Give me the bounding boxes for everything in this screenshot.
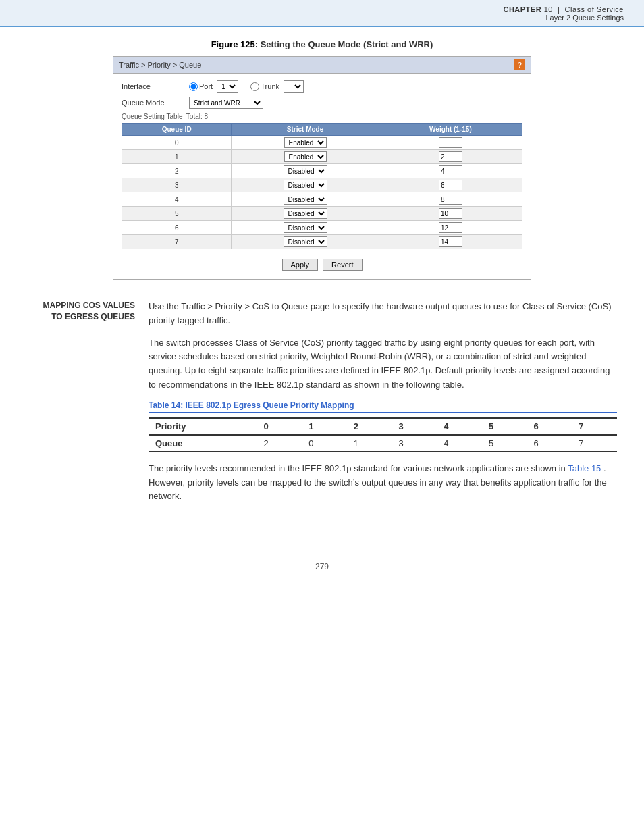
para3: The priority levels recommended in the I… bbox=[149, 462, 617, 504]
interface-row: Interface Port 1 Trunk bbox=[122, 80, 522, 93]
heading-line1: Mapping Cos Values bbox=[27, 300, 135, 311]
row-label: Queue bbox=[149, 435, 257, 452]
figure-sub-text: (Strict and WRR) bbox=[363, 39, 433, 49]
col-val-3: 3 bbox=[392, 418, 437, 435]
queue-id-cell: 2 bbox=[122, 164, 232, 178]
strict-mode-cell[interactable]: Disabled bbox=[232, 164, 379, 178]
port-radio[interactable] bbox=[189, 82, 198, 91]
weight-cell[interactable] bbox=[379, 150, 522, 164]
panel-body: Interface Port 1 Trunk bbox=[113, 74, 531, 279]
queue-table-row: 6Disabled bbox=[122, 221, 522, 235]
col-weight: Weight (1-15) bbox=[379, 124, 522, 136]
queue-id-cell: 5 bbox=[122, 207, 232, 221]
port-radio-label[interactable]: Port bbox=[189, 82, 213, 91]
queue-table-row: 7Disabled bbox=[122, 235, 522, 249]
figure-title: Figure 125: Setting the Queue Mode (Stri… bbox=[27, 39, 617, 49]
queue-id-cell: 6 bbox=[122, 221, 232, 235]
port-select[interactable]: 1 bbox=[217, 80, 238, 93]
queue-setting-label: Queue Setting Table Total: 8 bbox=[122, 113, 522, 120]
para1: Use the Traffic > Priority > CoS to Queu… bbox=[149, 300, 617, 328]
mapping-section: Mapping Cos Values to Egress Queues Use … bbox=[27, 300, 617, 512]
col-val-4: 4 bbox=[437, 418, 482, 435]
weight-cell[interactable] bbox=[379, 192, 522, 207]
strict-mode-select[interactable]: Disabled bbox=[284, 222, 327, 233]
strict-mode-cell[interactable]: Enabled bbox=[232, 136, 379, 150]
queue-mode-select[interactable]: Strict and WRR bbox=[189, 97, 263, 109]
section-heading-block: Mapping Cos Values to Egress Queues bbox=[27, 300, 135, 512]
queue-table-row: 3Disabled bbox=[122, 178, 522, 192]
strict-mode-cell[interactable]: Disabled bbox=[232, 207, 379, 221]
row-value-5: 5 bbox=[482, 435, 527, 452]
chapter-subtitle: Layer 2 Queue Settings bbox=[20, 14, 624, 22]
row-value-1: 0 bbox=[302, 435, 347, 452]
strict-mode-select[interactable]: Disabled bbox=[284, 194, 327, 205]
main-content: Figure 125: Setting the Queue Mode (Stri… bbox=[0, 27, 644, 542]
queue-id-cell: 0 bbox=[122, 136, 232, 150]
chapter-pipe: | bbox=[555, 5, 564, 14]
col-label: Priority bbox=[149, 418, 257, 435]
heading-line2: to Egress Queues bbox=[27, 311, 135, 323]
queue-table: Queue ID Strict Mode Weight (1-15) 0Enab… bbox=[122, 123, 522, 249]
trunk-select[interactable] bbox=[284, 80, 304, 93]
weight-input[interactable] bbox=[439, 137, 462, 148]
queue-table-row: 1Enabled bbox=[122, 150, 522, 164]
table15-link[interactable]: Table 15 bbox=[568, 463, 601, 473]
strict-mode-cell[interactable]: Disabled bbox=[232, 192, 379, 207]
chapter-title: Class of Service bbox=[565, 5, 624, 14]
interface-controls: Port 1 Trunk bbox=[189, 80, 304, 93]
row-value-6: 6 bbox=[527, 435, 572, 452]
strict-mode-select[interactable]: Disabled bbox=[284, 165, 327, 176]
figure-label: Figure 125: bbox=[211, 39, 258, 49]
strict-mode-cell[interactable]: Enabled bbox=[232, 150, 379, 164]
strict-mode-select[interactable]: Disabled bbox=[284, 180, 327, 190]
weight-input[interactable] bbox=[439, 194, 462, 205]
queue-table-row: 4Disabled bbox=[122, 192, 522, 207]
queue-id-cell: 7 bbox=[122, 235, 232, 249]
figure-desc-text: Setting the Queue Mode bbox=[261, 39, 361, 49]
weight-input[interactable] bbox=[439, 151, 462, 162]
table14-title: Table 14: IEEE 802.1p Egress Queue Prior… bbox=[149, 400, 617, 413]
weight-input[interactable] bbox=[439, 208, 462, 219]
weight-input[interactable] bbox=[439, 165, 462, 176]
interface-label: Interface bbox=[122, 82, 189, 90]
col-val-2: 2 bbox=[347, 418, 392, 435]
strict-mode-cell[interactable]: Disabled bbox=[232, 178, 379, 192]
weight-input[interactable] bbox=[439, 180, 462, 190]
strict-mode-select[interactable]: Disabled bbox=[284, 208, 327, 219]
strict-mode-cell[interactable]: Disabled bbox=[232, 221, 379, 235]
apply-button[interactable]: Apply bbox=[282, 259, 319, 271]
strict-mode-select[interactable]: Enabled bbox=[284, 151, 327, 162]
revert-button[interactable]: Revert bbox=[323, 259, 362, 271]
page-footer: – 279 – bbox=[0, 562, 644, 585]
queue-table-row: 2Disabled bbox=[122, 164, 522, 178]
strict-mode-select[interactable]: Disabled bbox=[284, 236, 327, 247]
weight-cell[interactable] bbox=[379, 221, 522, 235]
weight-cell[interactable] bbox=[379, 164, 522, 178]
trunk-label: Trunk bbox=[261, 82, 279, 90]
chapter-info: Chapter 10 | Class of Service bbox=[20, 5, 624, 14]
queue-id-cell: 3 bbox=[122, 178, 232, 192]
weight-cell[interactable] bbox=[379, 235, 522, 249]
trunk-radio-label[interactable]: Trunk bbox=[250, 82, 279, 91]
weight-cell[interactable] bbox=[379, 136, 522, 150]
col-val-6: 6 bbox=[527, 418, 572, 435]
weight-input[interactable] bbox=[439, 222, 462, 233]
col-val-7: 7 bbox=[572, 418, 617, 435]
page-header: Chapter 10 | Class of Service Layer 2 Qu… bbox=[0, 0, 644, 27]
para2: The switch processes Class of Service (C… bbox=[149, 336, 617, 392]
help-button[interactable]: ? bbox=[514, 59, 525, 70]
col-val-0: 0 bbox=[257, 418, 302, 435]
para3-start: The priority levels recommended in the I… bbox=[149, 463, 568, 473]
weight-cell[interactable] bbox=[379, 207, 522, 221]
queue-mode-label: Queue Mode bbox=[122, 99, 189, 107]
weight-cell[interactable] bbox=[379, 178, 522, 192]
chapter-number: 10 bbox=[544, 5, 553, 14]
trunk-radio[interactable] bbox=[250, 82, 259, 91]
data-table-row: Queue20134567 bbox=[149, 435, 617, 452]
ui-panel: Traffic > Priority > Queue ? Interface P… bbox=[113, 56, 531, 280]
strict-mode-cell[interactable]: Disabled bbox=[232, 235, 379, 249]
strict-mode-select[interactable]: Enabled bbox=[284, 137, 327, 148]
weight-input[interactable] bbox=[439, 236, 462, 247]
panel-header: Traffic > Priority > Queue ? bbox=[113, 57, 531, 74]
page-number: – 279 – bbox=[308, 562, 336, 571]
